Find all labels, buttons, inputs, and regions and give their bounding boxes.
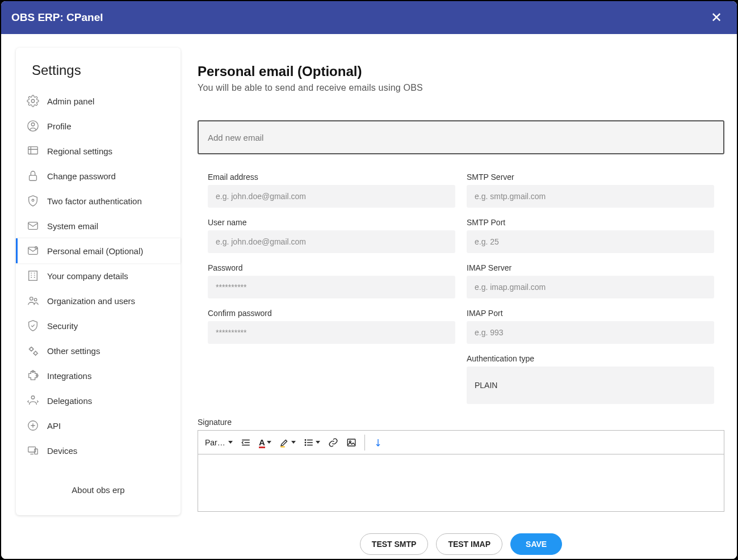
user-icon (27, 120, 39, 132)
svg-point-10 (30, 297, 33, 301)
sidebar-item-organization-users[interactable]: Organization and users (16, 288, 181, 313)
sidebar-item-profile[interactable]: Profile (16, 113, 181, 138)
svg-point-2 (31, 123, 35, 127)
sidebar-item-company-details[interactable]: Your company details (16, 263, 181, 288)
add-email-label: Add new email (208, 133, 263, 142)
sidebar-item-two-factor[interactable]: Two factor authentication (16, 188, 181, 213)
imap-port-input[interactable] (467, 321, 714, 344)
sidebar-item-label: Delegations (47, 396, 92, 406)
svg-point-16 (31, 396, 35, 399)
auth-type-select[interactable]: PLAIN (467, 367, 714, 404)
email-label: Email address (208, 172, 455, 182)
chevron-down-icon (267, 441, 271, 444)
imap-server-input[interactable] (467, 276, 714, 298)
editor-toolbar: Paragraph A (198, 431, 724, 454)
svg-point-8 (35, 247, 37, 249)
image-button[interactable] (344, 435, 359, 450)
toolbar-separator (364, 435, 365, 450)
sidebar-item-devices[interactable]: Devices (16, 438, 181, 463)
chevron-down-icon (291, 441, 296, 444)
sidebar-item-label: Regional settings (47, 146, 112, 156)
svg-point-22 (305, 444, 306, 445)
sidebar-item-personal-email[interactable]: Personal email (Optional) (16, 238, 181, 263)
sidebar-item-label: Change password (47, 171, 116, 181)
sidebar-item-label: System email (47, 221, 98, 231)
svg-rect-3 (28, 147, 38, 154)
highlight-icon (279, 437, 290, 448)
sidebar: Settings Admin panel Profile Regional se… (16, 48, 181, 515)
link-icon (328, 437, 338, 448)
sidebar-item-system-email[interactable]: System email (16, 213, 181, 238)
list-dropdown[interactable] (301, 435, 322, 450)
highlight-dropdown[interactable] (277, 435, 298, 450)
editor-body[interactable] (198, 454, 724, 511)
sidebar-item-delegations[interactable]: Delegations (16, 388, 181, 413)
expand-button[interactable] (371, 435, 385, 450)
sidebar-item-admin-panel[interactable]: Admin panel (16, 89, 181, 113)
svg-rect-9 (29, 271, 37, 281)
test-smtp-button[interactable]: TEST SMTP (360, 533, 429, 555)
text-color-icon: A (259, 437, 265, 447)
sidebar-item-label: Security (47, 321, 78, 331)
sidebar-item-other-settings[interactable]: Other settings (16, 338, 181, 363)
sidebar-item-label: Profile (47, 121, 72, 131)
paragraph-dropdown[interactable]: Paragraph (203, 436, 235, 449)
sidebar-item-label: Integrations (47, 371, 91, 381)
about-link[interactable]: About obs erp (16, 474, 181, 515)
svg-point-0 (31, 99, 35, 103)
password-input[interactable] (208, 276, 455, 298)
svg-point-5 (32, 199, 34, 201)
auth-type-value: PLAIN (475, 381, 497, 390)
sidebar-item-change-password[interactable]: Change password (16, 163, 181, 188)
save-button[interactable]: SAVE (510, 533, 562, 555)
shield-check-icon (27, 319, 39, 332)
confirm-password-label: Confirm password (208, 309, 455, 318)
outdent-button[interactable] (238, 435, 253, 450)
expand-icon (373, 437, 383, 448)
sidebar-item-integrations[interactable]: Integrations (16, 363, 181, 388)
sidebar-item-regional-settings[interactable]: Regional settings (16, 138, 181, 163)
svg-point-13 (34, 352, 37, 355)
svg-point-21 (305, 442, 306, 443)
devices-icon (27, 444, 39, 457)
username-input[interactable] (208, 230, 455, 253)
confirm-password-input[interactable] (208, 321, 455, 344)
add-email-button[interactable]: Add new email (198, 120, 724, 154)
email-input[interactable] (208, 185, 455, 208)
text-color-dropdown[interactable]: A (257, 435, 274, 449)
main-content: Personal email (Optional) You will be ab… (198, 48, 724, 559)
image-icon (346, 437, 357, 448)
titlebar: OBS ERP: CPanel ✕ (1, 1, 737, 34)
mail-gear-icon (27, 220, 39, 232)
auth-type-label: Authentication type (467, 354, 714, 363)
close-icon[interactable]: ✕ (706, 7, 727, 28)
smtp-port-input[interactable] (467, 230, 714, 253)
globe-icon (27, 145, 39, 157)
sidebar-item-label: Devices (47, 446, 77, 456)
svg-rect-7 (28, 247, 38, 255)
test-imap-button[interactable]: TEST IMAP (436, 533, 502, 555)
delegation-icon (27, 394, 39, 407)
shield-icon (27, 195, 39, 207)
sidebar-item-security[interactable]: Security (16, 313, 181, 338)
sidebar-item-label: Organization and users (47, 296, 135, 306)
imap-server-label: IMAP Server (467, 263, 714, 272)
signature-label: Signature (198, 418, 724, 427)
sidebar-item-label: Two factor authentication (47, 196, 142, 206)
sidebar-item-label: API (47, 421, 61, 431)
sidebar-item-label: Admin panel (47, 96, 94, 106)
gear-icon (27, 95, 39, 107)
imap-port-label: IMAP Port (467, 309, 714, 318)
svg-point-20 (305, 439, 306, 440)
window-title: OBS ERP: CPanel (11, 11, 706, 24)
lock-icon (27, 170, 39, 182)
smtp-server-input[interactable] (467, 185, 714, 208)
mail-user-icon (27, 245, 39, 257)
smtp-server-label: SMTP Server (467, 172, 714, 182)
sidebar-item-api[interactable]: API (16, 413, 181, 438)
link-button[interactable] (326, 435, 341, 450)
chevron-down-icon (316, 441, 320, 444)
password-label: Password (208, 263, 455, 272)
svg-point-11 (34, 298, 37, 301)
sidebar-title: Settings (16, 62, 181, 89)
